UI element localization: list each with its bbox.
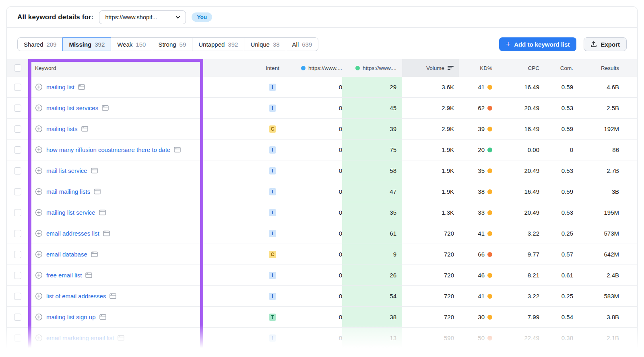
row-checkbox[interactable] [14, 105, 21, 112]
add-keyword-plus-circle-icon[interactable] [35, 250, 43, 258]
serp-features-icon[interactable] [99, 209, 106, 215]
serp-features-icon[interactable] [85, 272, 92, 278]
intent-cell: I [256, 77, 289, 97]
row-checkbox[interactable] [14, 293, 21, 300]
kd-dot-icon [487, 294, 492, 299]
intent-badge[interactable]: T [269, 314, 276, 321]
add-keyword-plus-circle-icon[interactable] [35, 271, 43, 279]
column-header-com[interactable]: Com. [539, 59, 573, 77]
toolbar-actions: + Add to keyword list Export [499, 37, 627, 51]
column-header-kd[interactable]: KD% [459, 59, 492, 77]
intent-badge[interactable]: I [269, 188, 276, 195]
add-keyword-plus-circle-icon[interactable] [35, 292, 43, 300]
keyword-link[interactable]: how many riffusion coustmersare there to… [46, 146, 170, 153]
keyword-link[interactable]: free email list [46, 272, 82, 279]
add-keyword-plus-circle-icon[interactable] [35, 188, 43, 195]
keyword-link[interactable]: email addresses list [46, 230, 99, 237]
intent-badge[interactable]: I [269, 293, 276, 300]
serp-features-icon[interactable] [91, 168, 98, 174]
row-checkbox[interactable] [14, 84, 21, 91]
intent-badge[interactable]: I [269, 84, 276, 91]
row-checkbox[interactable] [14, 188, 21, 195]
domain-select[interactable]: https://www.shopif... [99, 10, 186, 24]
intent-cell: I [256, 202, 289, 223]
serp-features-icon[interactable] [109, 293, 116, 299]
serp-features-icon[interactable] [102, 105, 109, 111]
column-header-volume[interactable]: Volume [402, 59, 459, 77]
column-header-keyword[interactable]: Keyword [29, 59, 256, 77]
row-checkbox[interactable] [14, 146, 21, 154]
intent-badge[interactable]: I [269, 209, 276, 216]
serp-features-icon[interactable] [118, 335, 124, 341]
export-button[interactable]: Export [584, 37, 627, 51]
you-position-cell: 0 [289, 328, 342, 348]
add-keyword-plus-circle-icon[interactable] [35, 313, 43, 321]
add-keyword-plus-circle-icon[interactable] [35, 167, 43, 174]
keyword-link[interactable]: email database [46, 251, 87, 258]
intent-badge[interactable]: I [269, 167, 276, 174]
keyword-link[interactable]: list of email addresses [46, 293, 106, 300]
keyword-link[interactable]: mailing list sign up [46, 314, 96, 320]
filter-tab-shared[interactable]: Shared 209 [17, 37, 63, 51]
add-keyword-plus-circle-icon[interactable] [35, 125, 43, 133]
row-checkbox[interactable] [14, 272, 21, 279]
serp-features-icon[interactable] [91, 251, 98, 257]
cpc-cell: 16.49 [492, 77, 539, 97]
intent-badge[interactable]: C [269, 125, 276, 133]
filter-tab-unique[interactable]: Unique 38 [244, 37, 286, 51]
kd-cell: 46 [459, 265, 492, 285]
row-checkbox[interactable] [14, 167, 21, 174]
add-keyword-plus-circle-icon[interactable] [35, 104, 43, 112]
row-checkbox[interactable] [14, 314, 21, 321]
column-header-competitor-domain[interactable]: https://www.... [342, 59, 402, 77]
filter-tab-untapped[interactable]: Untapped 392 [192, 37, 244, 51]
add-keyword-plus-circle-icon[interactable] [35, 146, 43, 154]
filter-tab-missing[interactable]: Missing 392 [62, 37, 111, 51]
keyword-link[interactable]: email marketing email list [46, 334, 114, 341]
add-to-keyword-list-button[interactable]: + Add to keyword list [499, 37, 576, 51]
keyword-link[interactable]: mailing lists [46, 125, 78, 132]
row-checkbox[interactable] [14, 230, 21, 237]
keyword-cell: email addresses list [29, 223, 256, 244]
keyword-link[interactable]: mailing list services [46, 105, 98, 111]
serp-features-icon[interactable] [103, 230, 110, 236]
serp-features-icon[interactable] [94, 189, 101, 195]
select-all-checkbox[interactable] [14, 64, 21, 72]
row-checkbox[interactable] [14, 334, 21, 342]
row-checkbox[interactable] [14, 251, 21, 258]
add-keyword-plus-circle-icon[interactable] [35, 83, 43, 91]
filter-tab-weak[interactable]: Weak 150 [111, 37, 152, 51]
column-header-intent[interactable]: Intent [256, 59, 289, 77]
serp-features-icon[interactable] [99, 314, 106, 320]
column-header-you-domain[interactable]: https://www.... [289, 59, 342, 77]
serp-features-icon[interactable] [174, 147, 181, 153]
kd-dot-icon [487, 189, 492, 194]
add-keyword-plus-circle-icon[interactable] [35, 334, 43, 342]
serp-features-icon[interactable] [78, 84, 85, 90]
add-keyword-plus-circle-icon[interactable] [35, 230, 43, 237]
volume-cell: 720 [402, 307, 459, 327]
kd-value: 41 [478, 230, 485, 237]
serp-features-icon[interactable] [81, 126, 88, 132]
intent-badge[interactable]: I [269, 230, 276, 237]
keyword-link[interactable]: mailing list [46, 84, 74, 90]
intent-badge[interactable]: I [269, 105, 276, 112]
keyword-link[interactable]: mail mailing lists [46, 188, 90, 195]
intent-badge[interactable]: I [269, 146, 276, 154]
column-header-results[interactable]: Results [573, 59, 637, 77]
intent-badge[interactable]: I [269, 272, 276, 279]
volume-cell: 1.3K [402, 202, 459, 223]
filter-tab-all[interactable]: All 639 [286, 37, 319, 51]
kd-dot-icon [487, 168, 492, 173]
intent-badge[interactable]: I [269, 334, 276, 342]
row-checkbox[interactable] [14, 209, 21, 216]
keyword-link[interactable]: mail list service [46, 167, 87, 174]
filter-tab-strong[interactable]: Strong 59 [152, 37, 192, 51]
results-cell: 2.4B [573, 265, 637, 285]
intent-badge[interactable]: C [269, 251, 276, 258]
add-keyword-plus-circle-icon[interactable] [35, 209, 43, 216]
column-header-cpc[interactable]: CPC [492, 59, 539, 77]
keyword-cell: mail list service [29, 160, 256, 181]
row-checkbox[interactable] [14, 125, 21, 133]
keyword-link[interactable]: mailing list service [46, 209, 95, 216]
